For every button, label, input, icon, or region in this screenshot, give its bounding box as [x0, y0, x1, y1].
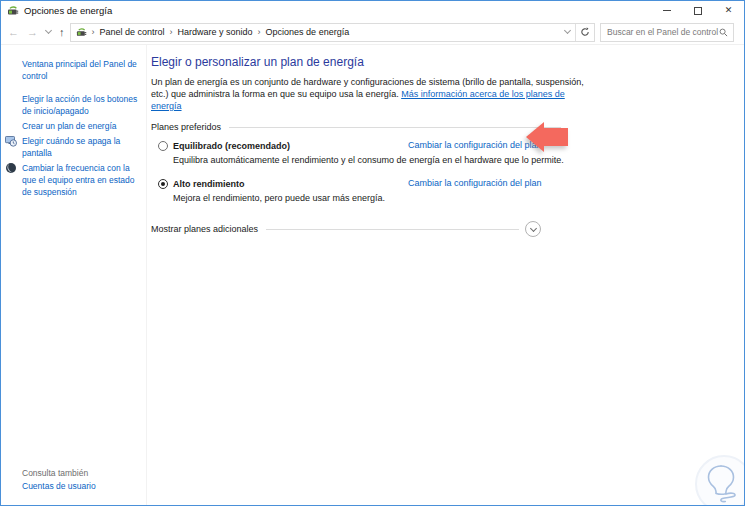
search-icon — [719, 28, 728, 37]
see-also-header: Consulta también — [22, 467, 96, 480]
plan-name: Alto rendimiento — [173, 179, 245, 189]
sidebar-item-label: Crear un plan de energía — [22, 121, 117, 131]
plan-name: Equilibrado (recomendado) — [173, 141, 290, 151]
plan-head: Equilibrado (recomendado) Cambiar la con… — [158, 140, 743, 152]
sidebar-item-label: Cambiar la frecuencia con la que el equi… — [22, 163, 134, 197]
close-icon: ✕ — [725, 6, 733, 15]
close-button[interactable]: ✕ — [713, 1, 744, 20]
sidebar-item-label: Elegir la acción de los botones de inici… — [22, 94, 137, 116]
sidebar-item-label: Elegir cuándo se apaga la pantalla — [22, 136, 120, 158]
chevron-down-icon — [563, 27, 570, 34]
change-plan-settings-link-equilibrado[interactable]: Cambiar la configuración del plan — [408, 140, 542, 150]
caption-buttons: ✕ — [651, 1, 744, 20]
expand-additional-plans-button[interactable] — [525, 221, 541, 237]
address-dropdown-button[interactable] — [559, 31, 575, 33]
show-additional-plans-section: Mostrar planes adicionales — [151, 221, 541, 237]
address-bar[interactable]: Panel de control Hardware y sonido Opcio… — [70, 23, 596, 42]
annotation-arrow-head — [526, 122, 544, 152]
annotation-arrow-left-icon — [526, 122, 568, 152]
power-options-icon — [7, 5, 19, 17]
breadcrumb-separator-icon — [92, 27, 95, 37]
back-icon[interactable]: ← — [8, 27, 19, 38]
radio-equilibrado[interactable] — [158, 141, 168, 151]
show-additional-plans-label: Mostrar planes adicionales — [151, 224, 258, 234]
search-box[interactable]: Buscar en el Panel de control — [600, 23, 734, 42]
breadcrumb-separator-icon — [258, 27, 261, 37]
see-also-section: Consulta también Cuentas de usuario — [22, 467, 96, 493]
navigation-toolbar: ← → ↑ Panel de control Hardware y sonido… — [1, 20, 744, 45]
maximize-icon — [694, 7, 702, 15]
main-content: Elegir o personalizar un plan de energía… — [147, 45, 743, 505]
sleep-icon — [5, 162, 17, 174]
breadcrumb-separator-icon — [170, 27, 173, 37]
plans-list: Equilibrado (recomendado) Cambiar la con… — [158, 140, 743, 204]
plan-row-equilibrado: Equilibrado (recomendado) Cambiar la con… — [158, 140, 743, 166]
plan-head: Alto rendimiento Cambiar la configuració… — [158, 178, 743, 190]
minimize-button[interactable] — [651, 1, 682, 20]
sidebar-item-power-buttons[interactable]: Elegir la acción de los botones de inici… — [22, 93, 143, 117]
minimize-icon — [663, 10, 671, 11]
chevron-down-icon — [529, 224, 536, 231]
address-bar-controls — [559, 24, 594, 41]
title-bar: Opciones de energía ✕ — [1, 1, 744, 20]
annotation-arrow-tail — [543, 128, 568, 146]
refresh-icon — [580, 27, 590, 37]
preferred-plans-label: Planes preferidos — [151, 122, 221, 132]
sidebar-item-display-off[interactable]: Elegir cuándo se apaga la pantalla — [22, 135, 143, 159]
nav-buttons: ← → ↑ — [1, 27, 70, 38]
up-icon[interactable]: ↑ — [59, 27, 65, 38]
preferred-plans-section: Planes preferidos — [151, 122, 561, 132]
sidebar-item-sleep-timing[interactable]: Cambiar la frecuencia con la que el equi… — [22, 162, 143, 198]
change-plan-settings-link-alto[interactable]: Cambiar la configuración del plan — [408, 178, 542, 188]
plan-description: Equilibra automáticamente el rendimiento… — [173, 155, 743, 166]
plan-description: Mejora el rendimiento, pero puede usar m… — [173, 193, 743, 204]
page-title: Elegir o personalizar un plan de energía — [151, 55, 743, 69]
lightbulb-watermark-icon — [693, 453, 745, 506]
section-divider — [229, 127, 561, 128]
breadcrumb-hardware-sound[interactable]: Hardware y sonido — [178, 27, 253, 37]
recent-pages-chevron-icon[interactable] — [45, 27, 52, 34]
tasks-sidebar: Ventana principal del Panel de control E… — [1, 45, 147, 505]
breadcrumb-control-panel[interactable]: Panel de control — [100, 27, 165, 37]
sidebar-item-user-accounts[interactable]: Cuentas de usuario — [22, 480, 96, 493]
sidebar-item-create-plan[interactable]: Crear un plan de energía — [22, 120, 143, 132]
power-options-window: Opciones de energía ✕ ← → ↑ Panel de con… — [0, 0, 745, 506]
display-clock-icon — [5, 135, 17, 147]
breadcrumb-power-options[interactable]: Opciones de energía — [266, 27, 350, 37]
section-divider — [266, 229, 519, 230]
window-title: Opciones de energía — [24, 5, 112, 16]
search-input[interactable]: Buscar en el Panel de control — [607, 27, 719, 37]
plan-row-alto-rendimiento: Alto rendimiento Cambiar la configuració… — [158, 178, 743, 204]
radio-alto-rendimiento[interactable] — [158, 179, 168, 189]
forward-icon[interactable]: → — [27, 27, 38, 38]
refresh-button[interactable] — [575, 24, 594, 41]
sidebar-item-label: Ventana principal del Panel de control — [22, 59, 137, 81]
intro-paragraph: Un plan de energía es un conjunto de har… — [151, 76, 595, 112]
sidebar-item-control-panel-home[interactable]: Ventana principal del Panel de control — [22, 58, 143, 82]
breadcrumb-power-icon — [76, 27, 87, 38]
maximize-button[interactable] — [682, 1, 713, 20]
